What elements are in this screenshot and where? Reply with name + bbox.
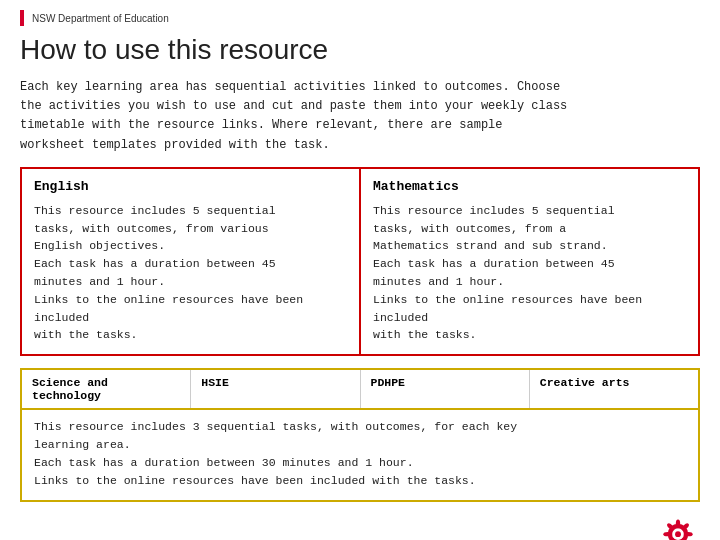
top-bar-accent (20, 10, 24, 26)
svg-point-3 (676, 519, 680, 528)
bottom-section: Science and technology HSIE PDHPE Creati… (20, 368, 700, 501)
cards-row: English This resource includes 5 sequent… (20, 167, 700, 357)
english-card: English This resource includes 5 sequent… (22, 169, 361, 355)
nsw-logo: NSW GOVERNMENT (656, 518, 700, 541)
intro-text: Each key learning area has sequential ac… (20, 78, 700, 155)
mathematics-card: Mathematics This resource includes 5 seq… (361, 169, 698, 355)
svg-point-5 (663, 531, 672, 535)
mathematics-card-body: This resource includes 5 sequential task… (373, 202, 686, 345)
tab-creative-arts[interactable]: Creative arts (530, 370, 698, 408)
footer: Stage 2 Week A NSW GOVERNMENT (20, 518, 700, 541)
english-card-body: This resource includes 5 sequential task… (34, 202, 347, 345)
tab-hsie[interactable]: HSIE (191, 370, 360, 408)
bottom-tabs: Science and technology HSIE PDHPE Creati… (22, 370, 698, 408)
intro-line-2: the activities you wish to use and cut a… (20, 97, 700, 116)
bottom-content: This resource includes 3 sequential task… (22, 410, 698, 499)
tab-science-technology[interactable]: Science and technology (22, 370, 191, 408)
department-label: NSW Department of Education (32, 13, 169, 24)
top-bar: NSW Department of Education (20, 10, 700, 26)
svg-point-6 (684, 531, 693, 535)
svg-point-2 (675, 531, 681, 537)
mathematics-card-title: Mathematics (373, 179, 686, 194)
intro-line-3: timetable with the resource links. Where… (20, 116, 700, 135)
tab-pdhpe[interactable]: PDHPE (361, 370, 530, 408)
english-card-title: English (34, 179, 347, 194)
intro-line-4: worksheet templates provided with the ta… (20, 136, 700, 155)
intro-line-1: Each key learning area has sequential ac… (20, 78, 700, 97)
page-title: How to use this resource (20, 34, 700, 66)
